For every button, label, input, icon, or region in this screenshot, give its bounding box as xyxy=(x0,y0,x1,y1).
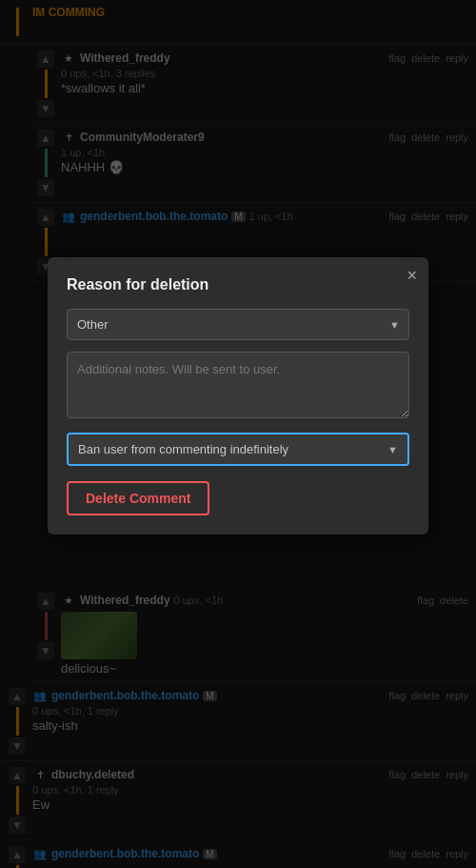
reason-select[interactable]: Other Spam Inappropriate Off-topic xyxy=(67,309,409,340)
modal-title: Reason for deletion xyxy=(67,276,409,293)
notes-textarea[interactable] xyxy=(67,352,409,418)
modal-overlay: × Reason for deletion Other Spam Inappro… xyxy=(0,0,476,868)
modal-close-button[interactable]: × xyxy=(407,267,417,284)
reason-select-wrapper: Other Spam Inappropriate Off-topic ▼ xyxy=(67,309,409,340)
ban-select-wrapper: Ban user from commenting indefinitely Ba… xyxy=(67,433,409,466)
modal-dialog: × Reason for deletion Other Spam Inappro… xyxy=(48,257,428,535)
ban-select[interactable]: Ban user from commenting indefinitely Ba… xyxy=(69,434,407,464)
delete-comment-button[interactable]: Delete Comment xyxy=(67,481,209,515)
